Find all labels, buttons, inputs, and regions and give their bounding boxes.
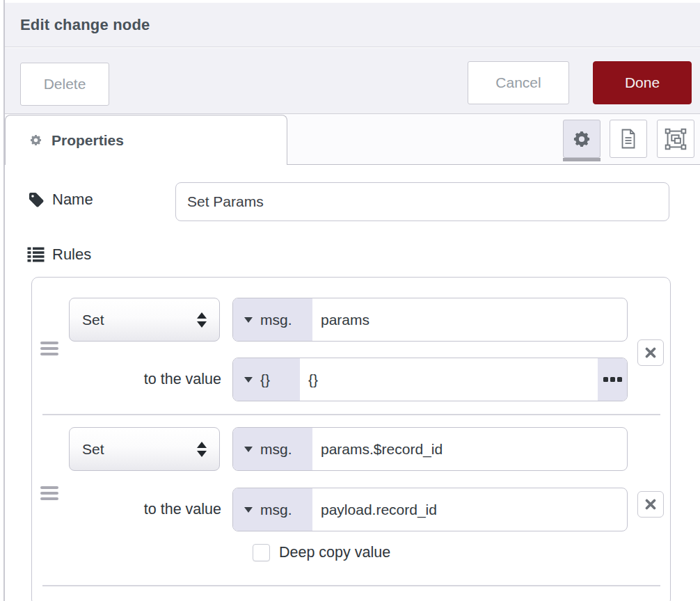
rule-separator — [42, 414, 660, 415]
to-value-label: to the value — [95, 358, 221, 401]
rule-action-select[interactable]: Set — [69, 298, 220, 342]
rule-drag-handle[interactable] — [40, 342, 58, 355]
name-field-label-row: Name — [28, 191, 93, 209]
tab-properties[interactable]: Properties — [5, 115, 287, 165]
dialog-header: Edit change node — [5, 3, 700, 47]
typedinput-type-button[interactable]: msg. — [233, 428, 312, 470]
rules-label: Rules — [52, 246, 91, 264]
typedinput-type-button[interactable]: msg. — [233, 488, 312, 531]
cancel-button[interactable]: Cancel — [468, 61, 569, 104]
done-button-label: Done — [625, 74, 660, 91]
delete-button-label: Delete — [44, 76, 86, 93]
select-updown-icon — [197, 442, 207, 457]
ellipsis-icon — [603, 377, 608, 382]
rule-separator — [42, 585, 660, 586]
rule-value-input[interactable] — [300, 358, 598, 401]
deep-copy-row: Deep copy value — [253, 544, 390, 561]
rule-action-select[interactable]: Set — [69, 427, 220, 471]
tab-properties-label: Properties — [51, 132, 124, 149]
done-button[interactable]: Done — [593, 61, 692, 104]
typedinput-type-label: {} — [260, 371, 270, 388]
caret-down-icon — [244, 377, 253, 383]
expand-editor-button[interactable] — [598, 358, 627, 401]
rule-property-input[interactable] — [312, 298, 627, 341]
tab-bar: Properties — [5, 114, 700, 165]
deep-copy-checkbox[interactable] — [253, 544, 270, 561]
document-icon — [620, 129, 637, 149]
typedinput-type-button[interactable]: msg. — [233, 298, 312, 341]
tag-icon — [28, 191, 45, 209]
select-updown-icon — [197, 312, 207, 328]
caret-down-icon — [244, 317, 253, 323]
tab-bar-border — [287, 164, 700, 166]
node-properties-button[interactable] — [563, 120, 600, 158]
node-description-button[interactable] — [610, 120, 647, 158]
rule-drag-handle[interactable] — [40, 486, 58, 500]
list-icon — [26, 246, 45, 264]
cancel-button-label: Cancel — [495, 74, 541, 91]
rule-action-value: Set — [82, 441, 104, 458]
rule-action-value: Set — [82, 312, 104, 328]
group-icon — [665, 128, 687, 150]
rule-property-input[interactable] — [312, 428, 627, 470]
rules-container: Set msg. to the value {} — [31, 277, 671, 601]
rule-property-typedinput: msg. — [232, 298, 628, 342]
typedinput-type-button[interactable]: {} — [233, 358, 300, 401]
deep-copy-label: Deep copy value — [279, 544, 390, 561]
typedinput-type-label: msg. — [260, 312, 292, 328]
gear-icon — [29, 134, 42, 147]
name-label: Name — [52, 191, 93, 209]
active-icon-underline — [563, 158, 600, 161]
caret-down-icon — [244, 507, 253, 513]
rule-value-typedinput: msg. — [232, 488, 628, 531]
close-icon — [645, 499, 656, 510]
caret-down-icon — [244, 447, 253, 452]
name-input[interactable] — [175, 182, 669, 221]
delete-button[interactable]: Delete — [20, 63, 109, 106]
rule-value-typedinput: {} — [232, 358, 628, 401]
rule-remove-button[interactable] — [637, 491, 664, 518]
node-appearance-button[interactable] — [657, 120, 694, 158]
typedinput-type-label: msg. — [260, 441, 292, 458]
rule-property-typedinput: msg. — [232, 427, 628, 471]
rule-value-input[interactable] — [312, 488, 627, 531]
close-icon — [645, 347, 656, 358]
typedinput-type-label: msg. — [260, 502, 292, 518]
rules-section-label-row: Rules — [26, 246, 91, 264]
dialog-title: Edit change node — [20, 16, 150, 34]
gear-icon — [572, 129, 591, 149]
rule-remove-button[interactable] — [637, 339, 664, 366]
to-value-label: to the value — [95, 488, 221, 531]
dialog-button-bar: Delete Cancel Done — [5, 48, 700, 114]
